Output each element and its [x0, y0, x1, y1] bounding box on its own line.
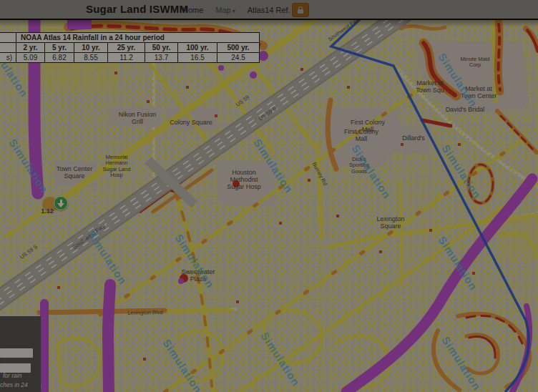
map-label: David's Bridal: [446, 106, 485, 113]
map-label: Lexington Square: [376, 215, 404, 230]
col-header: 500 yr.: [217, 43, 260, 53]
nav-home[interactable]: Home: [182, 6, 203, 14]
info-panel: for rain ches in 24: [0, 316, 41, 392]
value-cell: 24.5: [217, 53, 260, 63]
marker-value: 1.12: [41, 207, 54, 215]
value-cell: 8.55: [74, 53, 108, 63]
panel-text-line: for rain: [3, 372, 21, 379]
map-label: Houston Methodist Sugar Hosp: [227, 169, 261, 190]
value-cell: 5.09: [16, 53, 45, 63]
app-window: Nikon Fusion Grill Colony Square Memoria…: [0, 0, 538, 392]
col-header: 10 yr.: [74, 43, 108, 53]
lock-icon: [298, 9, 303, 14]
row-label: s): [0, 53, 16, 63]
col-header: 100 yr.: [178, 43, 217, 53]
value-cell: 13.7: [145, 53, 178, 63]
app-header: Sugar Land ISWMM Home Map▾ Atlas14 Ref. …: [0, 0, 538, 20]
chevron-down-icon: ▾: [233, 8, 235, 14]
nav-map[interactable]: Map▾: [215, 6, 235, 14]
table-title: NOAA Atlas 14 Rainfall in a 24 hour peri…: [16, 33, 260, 43]
map-label: Dillard's: [402, 134, 425, 142]
panel-text-line: ches in 24: [0, 381, 28, 388]
col-header: 25 yr.: [108, 43, 145, 53]
map-label: Colony Square: [170, 119, 212, 126]
map-label: Minute Maid Corp: [461, 57, 490, 69]
panel-input-1[interactable]: [0, 348, 33, 358]
map-label: First Colony Mall: [344, 128, 378, 142]
map-label: Memorial Hermann Sugar Land Hosp: [103, 155, 131, 179]
road-label: Lexington Blvd: [127, 309, 162, 316]
map-label: Nikon Fusion Grill: [119, 111, 157, 125]
value-cell: 16.5: [178, 53, 217, 63]
main-nav: Home Map▾ Atlas14 Ref. Data: [182, 6, 309, 14]
sign-in-button[interactable]: [292, 3, 309, 17]
col-header: 2 yr.: [16, 43, 45, 53]
value-cell: 6.82: [45, 53, 74, 63]
map-label: Town Center Square: [57, 165, 93, 180]
table-header-row: 2 yr. 5 yr. 10 yr. 25 yr. 50 yr. 100 yr.…: [0, 43, 260, 53]
col-header: 50 yr.: [145, 43, 178, 53]
value-cell: 11.2: [108, 53, 145, 63]
table-corner-cell: [0, 33, 16, 43]
page-title: Sugar Land ISWMM: [86, 3, 188, 15]
map-marker[interactable]: [54, 196, 68, 210]
map-label: Market at Town Squ: [416, 79, 444, 94]
table-value-row: s) 5.09 6.82 8.55 11.2 13.7 16.5 24.5: [0, 53, 260, 63]
rainfall-table: NOAA Atlas 14 Rainfall in a 24 hour peri…: [0, 32, 260, 63]
col-header: 5 yr.: [45, 43, 74, 53]
